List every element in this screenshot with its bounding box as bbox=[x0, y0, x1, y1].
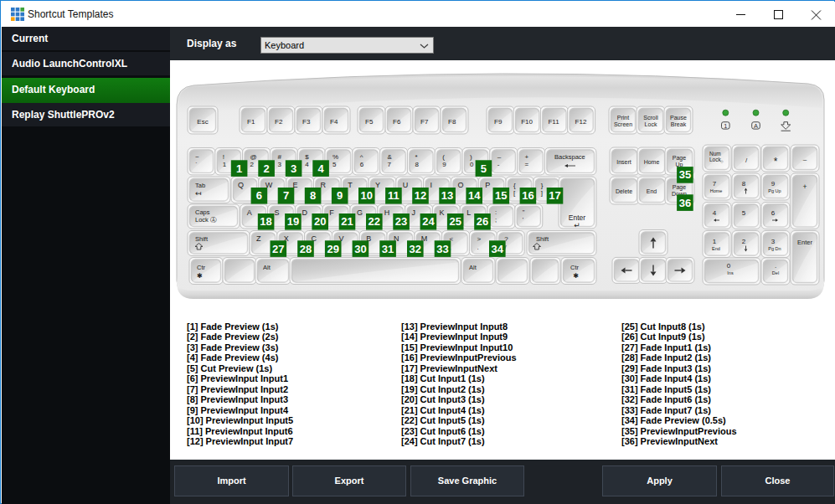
svg-text:Backspace: Backspace bbox=[554, 153, 585, 161]
svg-text:=: = bbox=[525, 161, 529, 168]
svg-text:Del: Del bbox=[772, 270, 779, 275]
svg-text:{: { bbox=[513, 182, 516, 189]
svg-text:0: 0 bbox=[470, 161, 474, 168]
svg-text:Shift: Shift bbox=[536, 235, 549, 243]
svg-text:+: + bbox=[525, 153, 529, 161]
svg-text:35: 35 bbox=[679, 168, 691, 181]
svg-text:7: 7 bbox=[713, 180, 717, 188]
svg-text:Ctr: Ctr bbox=[570, 264, 580, 271]
svg-text:5: 5 bbox=[332, 161, 337, 168]
svg-text:Z: Z bbox=[256, 234, 261, 243]
svg-text:24: 24 bbox=[422, 215, 435, 228]
svg-text:3: 3 bbox=[291, 162, 296, 175]
svg-text:27: 27 bbox=[272, 243, 284, 255]
svg-text:^: ^ bbox=[360, 153, 363, 161]
svg-text:Pg Dn: Pg Dn bbox=[768, 246, 781, 251]
svg-text:17: 17 bbox=[549, 189, 560, 202]
svg-text:1: 1 bbox=[236, 162, 242, 175]
svg-text:11: 11 bbox=[388, 189, 399, 202]
svg-text:9: 9 bbox=[337, 189, 343, 202]
svg-text:Page: Page bbox=[673, 155, 686, 162]
svg-text:8: 8 bbox=[415, 161, 419, 168]
svg-text:2: 2 bbox=[250, 161, 255, 168]
svg-text:D: D bbox=[302, 208, 307, 217]
svg-text:7: 7 bbox=[283, 189, 289, 202]
svg-text:23: 23 bbox=[395, 215, 407, 228]
svg-text:F7: F7 bbox=[420, 118, 429, 126]
svg-text:P: P bbox=[485, 181, 490, 189]
svg-text:25: 25 bbox=[449, 215, 461, 228]
svg-text:Page: Page bbox=[673, 184, 686, 191]
svg-text:1: 1 bbox=[713, 238, 717, 245]
svg-text:O: O bbox=[457, 181, 463, 189]
svg-text:F9: F9 bbox=[494, 118, 503, 126]
svg-text:*: * bbox=[774, 156, 778, 167]
svg-text:.: . bbox=[477, 244, 478, 251]
svg-text:8: 8 bbox=[310, 189, 316, 202]
svg-text:2: 2 bbox=[263, 162, 269, 175]
svg-text:F6: F6 bbox=[393, 118, 401, 126]
svg-text:Home: Home bbox=[710, 188, 723, 193]
svg-text:.: . bbox=[775, 262, 776, 270]
svg-text:Lock Ⓐ: Lock Ⓐ bbox=[195, 216, 217, 224]
svg-text:13: 13 bbox=[441, 189, 453, 202]
svg-text:-: - bbox=[497, 161, 500, 168]
svg-text:): ) bbox=[470, 153, 472, 161]
svg-text:End: End bbox=[712, 246, 720, 251]
svg-text:F5: F5 bbox=[365, 118, 374, 126]
svg-text:Y: Y bbox=[375, 181, 380, 189]
svg-text:1: 1 bbox=[724, 122, 727, 130]
svg-text:End: End bbox=[647, 188, 657, 194]
svg-text:R: R bbox=[320, 181, 326, 189]
svg-text:15: 15 bbox=[495, 189, 507, 202]
svg-text:(: ( bbox=[442, 153, 445, 161]
svg-text:○: ○ bbox=[720, 159, 724, 164]
svg-text:F11: F11 bbox=[548, 118, 559, 126]
svg-text:6: 6 bbox=[256, 189, 262, 202]
svg-text:8: 8 bbox=[742, 180, 746, 188]
svg-text:F4: F4 bbox=[330, 118, 338, 126]
svg-text:9: 9 bbox=[771, 180, 776, 188]
svg-text:↤: ↤ bbox=[195, 189, 202, 198]
svg-text:31: 31 bbox=[382, 243, 394, 255]
svg-text:Home: Home bbox=[644, 159, 660, 165]
svg-text:Scroll: Scroll bbox=[643, 115, 658, 121]
svg-text:5: 5 bbox=[742, 209, 746, 217]
svg-text:A: A bbox=[754, 122, 758, 130]
svg-text:S: S bbox=[275, 208, 280, 217]
svg-text:21: 21 bbox=[341, 215, 353, 228]
svg-text:Lock: Lock bbox=[645, 121, 657, 127]
svg-text:F10: F10 bbox=[521, 118, 533, 126]
svg-text:K: K bbox=[439, 208, 444, 217]
svg-text:↵: ↵ bbox=[574, 221, 580, 229]
svg-text:✱: ✱ bbox=[197, 272, 203, 280]
svg-text:14: 14 bbox=[468, 189, 481, 202]
svg-text:4: 4 bbox=[713, 209, 717, 217]
svg-text:>: > bbox=[477, 235, 481, 243]
svg-text:J: J bbox=[412, 208, 416, 217]
svg-text:–: – bbox=[497, 153, 502, 161]
svg-text:16: 16 bbox=[522, 189, 533, 202]
svg-text:10: 10 bbox=[361, 189, 373, 202]
svg-text:F12: F12 bbox=[575, 118, 587, 126]
svg-text:I: I bbox=[430, 181, 433, 189]
svg-text:L: L bbox=[466, 208, 471, 217]
svg-text:`: ` bbox=[195, 161, 198, 168]
svg-text:Pause: Pause bbox=[670, 115, 687, 121]
svg-text:6: 6 bbox=[771, 209, 776, 217]
svg-text:4: 4 bbox=[317, 162, 324, 175]
svg-text:Pg Up: Pg Up bbox=[768, 188, 781, 193]
svg-text:Enter: Enter bbox=[797, 239, 812, 246]
svg-text:Print: Print bbox=[617, 115, 629, 121]
svg-text:33: 33 bbox=[436, 243, 448, 255]
svg-text:0: 0 bbox=[727, 262, 731, 270]
svg-text:12: 12 bbox=[415, 189, 426, 202]
svg-text:#: # bbox=[277, 153, 281, 161]
svg-text:–: – bbox=[803, 156, 807, 163]
svg-text:F8: F8 bbox=[448, 118, 456, 126]
svg-text:U: U bbox=[403, 181, 409, 189]
svg-text:1: 1 bbox=[223, 161, 227, 168]
svg-text:%: % bbox=[332, 153, 338, 161]
svg-text:5: 5 bbox=[481, 162, 487, 175]
svg-text:F1: F1 bbox=[247, 118, 255, 126]
